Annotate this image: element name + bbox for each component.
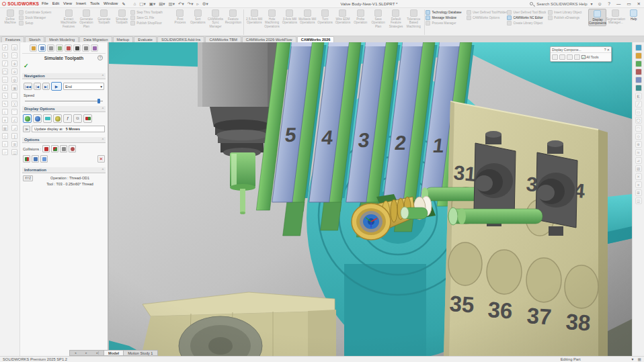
turn-operations-button[interactable]: Turn Operations [316,9,333,25]
target-display-button[interactable] [33,114,42,123]
menu-tools[interactable]: Tools [90,1,99,6]
units-dropdown[interactable]: ▾ [632,357,634,361]
panel-help-icon[interactable]: ? [97,55,103,60]
tab-camworks-tbm[interactable]: CAMWorks TBM [205,36,241,42]
feature-tool-button[interactable]: ⊿ [11,125,17,131]
sketch-tool-button[interactable]: ⊥ [2,109,8,115]
tab-camworks-2026[interactable]: CAMWorks 2026 [297,36,335,42]
camworks-feature-tree-icon[interactable] [635,44,642,51]
restore-button[interactable]: ▭ [625,1,632,7]
show-toolpath-button[interactable] [23,155,30,163]
run-to-dropdown[interactable]: End▾ [63,83,104,90]
sketch-tool-button[interactable]: ✎ [2,101,8,107]
simulate-toolpath-button[interactable]: Simulate Toolpath [113,9,130,25]
camworks-machine-icon[interactable] [635,69,642,75]
sketch-tool-button[interactable]: ◇ [2,133,8,139]
sketch-tool-button[interactable]: ◯ [2,69,8,75]
print-icon[interactable]: ▥▾ [169,1,175,7]
go-to-start-button[interactable]: |◀◀ [24,83,32,90]
display-components-button[interactable]: Display Components [588,9,606,26]
save-operation-plan-button[interactable]: Save Operation Plan [369,9,387,28]
feedback-icon[interactable]: ☺ [596,1,604,6]
task-pane-tab-icon[interactable] [91,44,98,52]
tool-display-button[interactable] [53,114,62,123]
sketch-tool-button[interactable]: ╱ [2,60,8,66]
view-tool-button[interactable]: ▭ [635,109,642,116]
show-tools-icon[interactable] [574,54,580,60]
tab-scroll-buttons[interactable]: ◂▸▸| [69,350,104,356]
camworks-tools-icon[interactable] [635,60,642,67]
model-tab[interactable]: Model [104,350,124,356]
create-library-object-button[interactable]: Create Library Object [507,21,548,26]
view-tool-button[interactable]: ◫ [635,197,642,204]
feature-tool-button[interactable]: ∥ [11,133,17,139]
tab-features[interactable]: Features [1,36,24,42]
search-icon[interactable] [530,2,533,5]
technology-database-button[interactable]: Technology Database [426,10,467,15]
ribbon-help-button[interactable]: Help [625,9,642,21]
help-icon[interactable]: ? [606,1,612,6]
home-icon[interactable]: ⌂ [133,1,136,7]
save-icon[interactable]: ▤▾ [159,1,165,7]
feature-tool-button[interactable]: ◫ [11,149,17,155]
view-tool-button[interactable]: ◧ [635,93,642,99]
extract-features-button[interactable]: Extract Machinable Features [60,9,77,28]
default-strategies-button[interactable]: Default Feature Strategies [387,9,405,28]
update-display-field[interactable]: Update display at : 5 Moves [32,126,105,132]
sketch-tool-button[interactable]: ↺ [2,44,8,50]
viewport-3d-canvas[interactable]: 5 4 3 2 1 [109,42,632,356]
camworks-options-button[interactable]: CAMWorks Options [467,15,508,20]
process-manager-button[interactable]: Process Manager [426,21,467,26]
task-pane-tab-icon[interactable] [47,44,54,52]
compare-display-button[interactable] [83,114,92,123]
tab-solidworks-addins[interactable]: SOLIDWORKS Add-Ins [157,36,204,42]
insert-library-object-button[interactable]: Insert Library Object [548,10,589,15]
display-options-section-header[interactable]: Display Options^ [22,106,106,112]
fixture-display-button[interactable] [43,114,52,123]
multiaxis-mill-button[interactable]: Multiaxis Mill Operations [298,9,316,25]
show-fixtures-icon[interactable] [567,54,573,60]
customize-icon[interactable]: ▦ [638,357,641,361]
message-window-button[interactable]: Message Window [426,15,467,20]
section-view-button[interactable]: ⧉ [73,114,82,123]
information-section-header[interactable]: Information^ [22,167,106,173]
task-pane-tab-icon[interactable] [38,44,46,52]
segmentation-manager-button[interactable]: Segmentation Manager... [606,9,625,25]
view-tool-button[interactable]: ✕ [635,173,642,180]
play-button[interactable]: ▶ [51,82,62,91]
show-stock-icon[interactable] [552,54,558,60]
feature-tool-button[interactable]: ⊖ [11,69,17,75]
save-cl-file-button[interactable]: Save CL File [130,15,171,20]
user-defined-tool-holder-button[interactable]: User Defined Tool/Holder [467,10,508,15]
redo-icon[interactable]: ↷▾ [188,1,194,7]
menu-file[interactable]: File [42,1,48,6]
define-machine-button[interactable]: Define Machine [1,9,19,25]
machine-sim-button[interactable] [32,155,39,163]
search-help-input[interactable]: Search SOLIDWORKS Help [536,2,587,6]
feature-tool-button[interactable]: ⊞ [11,141,17,147]
collision-holder-button[interactable] [51,145,58,152]
all-tools-checkbox[interactable]: ✓ All Tools [581,55,599,59]
view-tool-button[interactable]: ╱ [635,101,642,107]
camworks-setup-icon[interactable] [635,85,642,91]
collision-report-button[interactable] [69,145,76,152]
feature-tool-button[interactable]: ⌒ [11,109,17,115]
camworks-stock-icon[interactable] [635,77,642,83]
sketch-tool-button[interactable]: ↻ [2,52,8,58]
feature-tool-button[interactable]: ▣ [11,85,17,91]
sketch-tool-button[interactable]: ∿ [2,93,8,99]
menu-view[interactable]: View [63,1,72,6]
options-section-header[interactable]: Options^ [22,137,106,143]
step-forward-button[interactable]: ▶| [42,83,50,90]
tab-mesh-modeling[interactable]: Mesh Modeling [45,36,79,42]
close-button[interactable]: ✕ [636,1,642,7]
task-pane-tab-icon[interactable] [73,44,81,52]
pin-icon[interactable]: ✎ [122,1,125,6]
wire-edm-button[interactable]: Wire EDM Operations [334,9,352,25]
tolerance-machining-button[interactable]: Tolerance Based Machining [405,9,422,28]
step-back-button[interactable]: |◀ [34,83,41,90]
update-rate-icon[interactable]: ≫ [23,126,30,132]
tab-evaluate[interactable]: Evaluate [134,36,157,42]
collision-stop-button[interactable] [42,145,50,152]
menu-window[interactable]: Window [104,1,118,6]
